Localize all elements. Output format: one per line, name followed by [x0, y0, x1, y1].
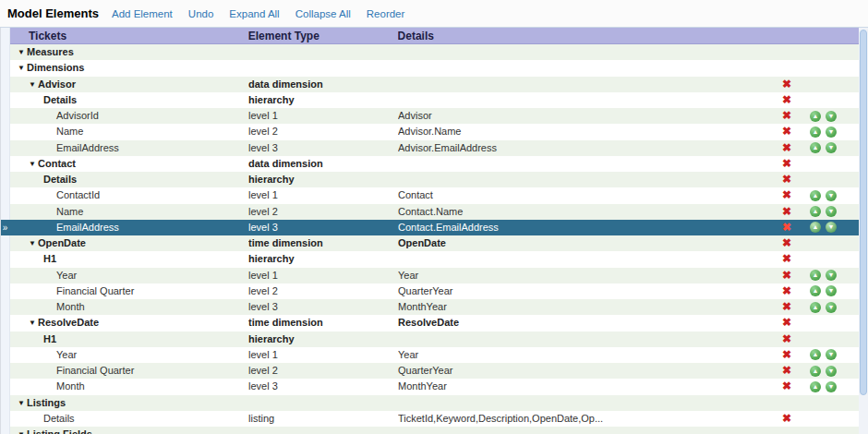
move-up-icon[interactable]: ▲ [810, 381, 821, 392]
move-down-icon[interactable]: ▼ [826, 366, 837, 377]
delete-icon[interactable]: ✖ [780, 283, 793, 299]
table-row-advisor[interactable]: ▼Advisordata dimension✖ [1, 77, 859, 92]
element-name: Advisor [38, 77, 76, 92]
table-row-advisorid[interactable]: AdvisorIdlevel 1Advisor✖▲▼ [1, 108, 859, 124]
move-up-icon[interactable]: ▲ [810, 206, 821, 217]
vertical-scrollbar[interactable] [859, 28, 868, 434]
toolbar-action-expand-all[interactable]: Expand All [229, 8, 279, 19]
element-details [398, 92, 775, 108]
element-name: ContactId [56, 187, 100, 203]
delete-icon[interactable]: ✖ [780, 315, 793, 331]
table-row-contactid[interactable]: ContactIdlevel 1Contact✖▲▼ [1, 187, 859, 203]
collapse-expander-icon[interactable]: ▼ [18, 427, 27, 434]
move-down-icon[interactable]: ▼ [826, 285, 837, 296]
table-row-h1[interactable]: H1hierarchy✖ [1, 332, 859, 347]
element-details [398, 172, 775, 187]
delete-icon[interactable]: ✖ [780, 172, 793, 187]
move-down-icon[interactable]: ▼ [826, 381, 837, 392]
row-actions: ✖▲▼ [775, 204, 859, 220]
delete-icon[interactable]: ✖ [780, 251, 793, 267]
table-row-month[interactable]: Monthlevel 3MonthYear✖▲▼ [1, 299, 859, 315]
move-up-icon[interactable]: ▲ [810, 366, 821, 377]
table-row-year[interactable]: Yearlevel 1Year✖▲▼ [1, 347, 859, 363]
collapse-expander-icon[interactable]: ▼ [29, 315, 38, 331]
table-row-details[interactable]: Detailshierarchy✖ [1, 92, 859, 108]
move-up-icon[interactable]: ▲ [810, 222, 821, 233]
element-details [398, 44, 775, 60]
move-down-icon[interactable]: ▼ [826, 349, 837, 360]
collapse-expander-icon[interactable]: ▼ [29, 235, 38, 251]
table-row-measures[interactable]: ▼Measures [1, 44, 859, 60]
delete-icon[interactable]: ✖ [780, 379, 793, 394]
move-up-icon[interactable]: ▲ [810, 190, 821, 201]
collapse-expander-icon[interactable]: ▼ [29, 77, 38, 92]
toolbar-action-add-element[interactable]: Add Element [112, 8, 173, 19]
delete-icon[interactable]: ✖ [780, 299, 793, 315]
delete-icon[interactable]: ✖ [780, 363, 793, 379]
row-actions: ✖▲▼ [775, 379, 859, 394]
move-up-icon[interactable]: ▲ [810, 285, 821, 296]
collapse-expander-icon[interactable]: ▼ [18, 60, 27, 76]
table-row-details[interactable]: DetailslistingTicketId,Keyword,Descripti… [1, 411, 859, 427]
move-up-icon[interactable]: ▲ [810, 111, 821, 122]
table-row-contact[interactable]: ▼Contactdata dimension✖ [1, 156, 859, 172]
move-down-icon[interactable]: ▼ [826, 190, 837, 201]
delete-icon[interactable]: ✖ [780, 77, 793, 92]
row-selector [1, 283, 10, 299]
element-name-cell: H1 [10, 332, 248, 347]
delete-icon[interactable]: ✖ [780, 347, 793, 363]
toolbar-action-undo[interactable]: Undo [188, 8, 214, 19]
table-row-dimensions[interactable]: ▼Dimensions [1, 60, 859, 76]
move-up-icon[interactable]: ▲ [810, 270, 821, 281]
move-down-icon[interactable]: ▼ [826, 142, 837, 153]
scrollbar-thumb[interactable] [860, 30, 867, 395]
move-down-icon[interactable]: ▼ [826, 111, 837, 122]
delete-icon[interactable]: ✖ [780, 108, 793, 124]
delete-icon[interactable]: ✖ [780, 411, 793, 427]
delete-icon[interactable]: ✖ [780, 332, 793, 347]
move-down-icon[interactable]: ▼ [826, 302, 837, 313]
table-row-year[interactable]: Yearlevel 1Year✖▲▼ [1, 268, 859, 283]
table-row-listing-fields[interactable]: ▼Listing Fields [1, 427, 859, 434]
delete-icon[interactable]: ✖ [780, 204, 793, 220]
move-up-icon[interactable]: ▲ [810, 302, 821, 313]
move-down-icon[interactable]: ▼ [826, 270, 837, 281]
delete-icon[interactable]: ✖ [780, 156, 793, 172]
move-up-icon[interactable]: ▲ [810, 127, 821, 138]
table-row-name[interactable]: Namelevel 2Advisor.Name✖▲▼ [1, 124, 859, 139]
delete-icon[interactable]: ✖ [780, 187, 793, 203]
table-row-financial-quarter[interactable]: Financial Quarterlevel 2QuarterYear✖▲▼ [1, 363, 859, 379]
delete-icon[interactable]: ✖ [780, 140, 793, 156]
table-row-opendate[interactable]: ▼OpenDatetime dimensionOpenDate✖ [1, 235, 859, 251]
move-down-icon[interactable]: ▼ [826, 127, 837, 138]
table-row-resolvedate[interactable]: ▼ResolveDatetime dimensionResolveDate✖ [1, 315, 859, 331]
table-row-listings[interactable]: ▼Listings [1, 395, 859, 411]
table-row-month[interactable]: Monthlevel 3MonthYear✖▲▼ [1, 379, 859, 394]
move-up-icon[interactable]: ▲ [810, 142, 821, 153]
element-name-cell: Month [10, 299, 248, 315]
collapse-expander-icon[interactable]: ▼ [18, 395, 27, 411]
table-row-h1[interactable]: H1hierarchy✖ [1, 251, 859, 267]
move-down-icon[interactable]: ▼ [826, 206, 837, 217]
collapse-expander-icon[interactable]: ▼ [18, 44, 27, 60]
delete-icon[interactable]: ✖ [780, 124, 793, 139]
delete-icon[interactable]: ✖ [780, 220, 793, 235]
move-up-icon[interactable]: ▲ [810, 349, 821, 360]
delete-icon[interactable]: ✖ [780, 268, 793, 283]
table-row-details[interactable]: Detailshierarchy✖ [1, 172, 859, 187]
table-row-financial-quarter[interactable]: Financial Quarterlevel 2QuarterYear✖▲▼ [1, 283, 859, 299]
element-name-cell: Details [10, 411, 248, 427]
toolbar-action-collapse-all[interactable]: Collapse All [295, 8, 351, 19]
row-actions [775, 60, 859, 76]
delete-icon[interactable]: ✖ [780, 92, 793, 108]
move-down-icon[interactable]: ▼ [826, 222, 837, 233]
element-type: level 2 [248, 124, 398, 139]
delete-icon[interactable]: ✖ [780, 235, 793, 251]
element-name-cell: ▼Dimensions [10, 60, 248, 76]
toolbar-action-reorder[interactable]: Reorder [367, 8, 405, 19]
collapse-expander-icon[interactable]: ▼ [29, 156, 38, 172]
element-type [248, 44, 398, 60]
table-row-emailaddress[interactable]: »EmailAddresslevel 3Contact.EmailAddress… [1, 220, 859, 235]
table-row-emailaddress[interactable]: EmailAddresslevel 3Advisor.EmailAddress✖… [1, 140, 859, 156]
table-row-name[interactable]: Namelevel 2Contact.Name✖▲▼ [1, 204, 859, 220]
